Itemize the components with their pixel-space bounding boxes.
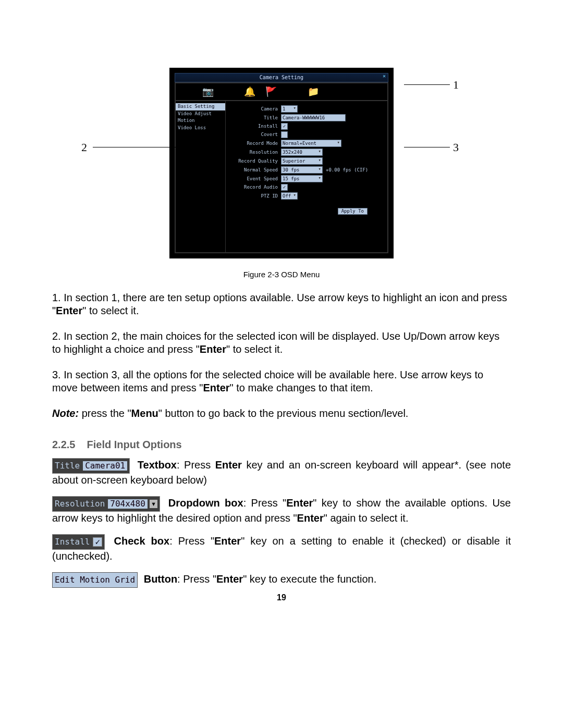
- example-textbox: TitleCamera01: [52, 458, 130, 474]
- section-heading: 2.2.5Field Input Options: [52, 439, 511, 451]
- title-textbox[interactable]: Camera-WWWWWW16: [281, 114, 346, 121]
- install-checkbox[interactable]: ✓: [281, 123, 288, 130]
- page-number: 19: [0, 593, 563, 602]
- espd-dropdown[interactable]: 15 fps: [281, 175, 323, 182]
- sidebar-item-motion[interactable]: Motion: [176, 117, 225, 125]
- camera-label: Camera: [228, 107, 278, 112]
- callout-1: 1: [453, 78, 459, 92]
- note-paragraph: Note: press the "Menu" button to go back…: [52, 407, 511, 420]
- recmode-dropdown[interactable]: Normal+Event: [281, 140, 341, 147]
- check-icon: ✓: [93, 537, 102, 547]
- paragraph-3: 3. In section 3, all the options for the…: [52, 368, 511, 394]
- ptz-dropdown[interactable]: Off: [281, 192, 298, 200]
- chevron-down-icon: ▾: [150, 500, 158, 508]
- callout-2: 2: [81, 141, 87, 154]
- sidebar-item-video-adjust[interactable]: Video Adjust: [176, 110, 225, 118]
- example-dropdown: Resolution704x480▾: [52, 496, 160, 512]
- window-title: Camera Setting: [260, 75, 303, 80]
- callout-3: 3: [453, 141, 459, 154]
- raudio-label: Record Audio: [228, 185, 278, 190]
- sidebar-item-video-loss[interactable]: Video Loss: [176, 125, 225, 132]
- covert-checkbox[interactable]: [281, 131, 288, 138]
- leader-line: [93, 147, 179, 147]
- textbox-explain: TitleCamera01 Textbox: Press Enter key a…: [52, 458, 511, 487]
- checkbox-explain: Install✓ Check box: Press "Enter" key on…: [52, 534, 511, 563]
- folder-icon[interactable]: 📁: [307, 85, 320, 98]
- gear-icon[interactable]: ⚙: [349, 85, 361, 98]
- bell-icon[interactable]: 🔔: [243, 85, 256, 98]
- toolbar: ✧ 📷 🎞 🔔 🚩 🖧 📁 🖥 ⚙ ℹ: [175, 82, 388, 101]
- title-label: Title: [228, 116, 278, 120]
- nspd-extra: +0.00 fps (CIF): [326, 168, 368, 172]
- recq-label: Record Quality: [228, 159, 278, 164]
- button-explain: Edit Motion Grid Button: Press "Enter" k…: [52, 572, 511, 588]
- sidebar: Basic Setting Video Adjust Motion Video …: [176, 101, 226, 252]
- monitor-icon[interactable]: 🖥: [328, 85, 340, 98]
- settings-form: Camera1 TitleCamera-WWWWWW16 Install✓ Co…: [226, 101, 387, 252]
- reel-icon[interactable]: 🎞: [223, 85, 235, 98]
- leader-line: [404, 84, 450, 85]
- apply-to-button[interactable]: Apply To: [338, 208, 368, 215]
- install-label: Install: [228, 124, 278, 129]
- nspd-label: Normal Speed: [228, 168, 278, 172]
- example-button: Edit Motion Grid: [52, 572, 138, 588]
- covert-label: Covert: [228, 132, 278, 137]
- recq-dropdown[interactable]: Superior: [281, 157, 323, 165]
- example-checkbox: Install✓: [52, 534, 105, 550]
- raudio-checkbox[interactable]: ✓: [281, 184, 288, 191]
- leader-line: [404, 147, 450, 147]
- nspd-dropdown[interactable]: 30 fps: [281, 166, 323, 174]
- paragraph-2: 2. In section 2, the main choices for th…: [52, 330, 511, 356]
- info-icon[interactable]: ℹ: [370, 85, 383, 98]
- osd-screenshot: Camera Setting ✕ ✧ 📷 🎞 🔔 🚩 🖧 📁 🖥 ⚙ ℹ Bas…: [169, 68, 394, 258]
- dropdown-explain: Resolution704x480▾ Dropdown box: Press "…: [52, 496, 511, 525]
- res-dropdown[interactable]: 352x240: [281, 149, 323, 156]
- wand-icon[interactable]: ✧: [180, 85, 193, 98]
- paragraph-1: 1. In section 1, there are ten setup opt…: [52, 291, 511, 317]
- camera-dropdown[interactable]: 1: [281, 105, 298, 113]
- figure-caption: Figure 2-3 OSD Menu: [52, 270, 511, 279]
- camera-icon[interactable]: 📷: [202, 85, 214, 98]
- flag-icon[interactable]: 🚩: [265, 85, 277, 98]
- recmode-label: Record Mode: [228, 141, 278, 146]
- ptz-label: PTZ ID: [228, 194, 278, 199]
- network-icon[interactable]: 🖧: [286, 85, 298, 98]
- window-titlebar: Camera Setting ✕: [175, 73, 388, 82]
- espd-label: Event Speed: [228, 177, 278, 181]
- res-label: Resolution: [228, 150, 278, 155]
- close-icon[interactable]: ✕: [383, 73, 386, 79]
- sidebar-item-basic[interactable]: Basic Setting: [176, 103, 225, 110]
